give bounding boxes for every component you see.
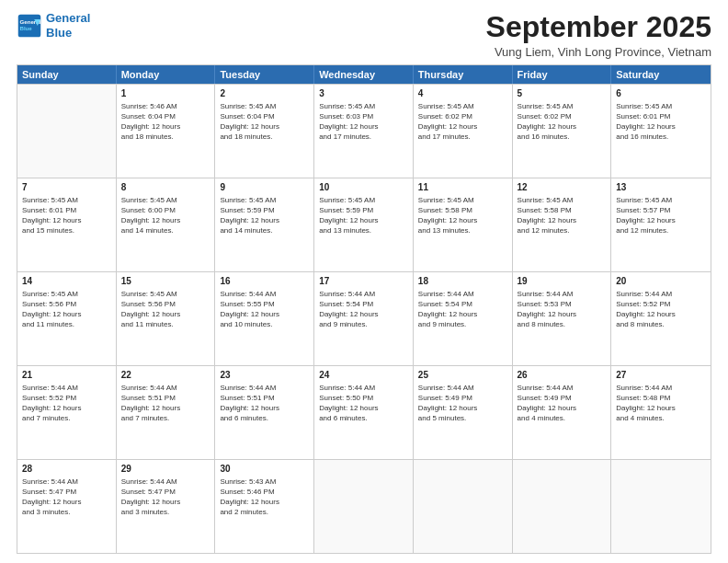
day-info: Sunrise: 5:45 AM Sunset: 6:03 PM Dayligh… [319,101,408,143]
calendar-cell-21: 21Sunrise: 5:44 AM Sunset: 5:52 PM Dayli… [17,366,117,459]
day-number: 4 [418,87,507,100]
calendar-cell-6: 6Sunrise: 5:45 AM Sunset: 6:01 PM Daylig… [611,85,711,178]
day-info: Sunrise: 5:45 AM Sunset: 5:57 PM Dayligh… [616,195,706,236]
day-number: 2 [220,87,309,100]
calendar-cell-16: 16Sunrise: 5:44 AM Sunset: 5:55 PM Dayli… [215,272,314,365]
calendar-cell-5: 5Sunrise: 5:45 AM Sunset: 6:02 PM Daylig… [513,85,612,178]
day-number: 29 [121,463,210,476]
day-number: 7 [22,181,111,194]
calendar-cell-3: 3Sunrise: 5:45 AM Sunset: 6:03 PM Daylig… [314,85,414,178]
day-info: Sunrise: 5:45 AM Sunset: 5:56 PM Dayligh… [22,289,111,330]
calendar-cell-27: 27Sunrise: 5:44 AM Sunset: 5:48 PM Dayli… [611,366,711,459]
day-info: Sunrise: 5:45 AM Sunset: 5:59 PM Dayligh… [319,195,408,236]
calendar-row-2: 14Sunrise: 5:45 AM Sunset: 5:56 PM Dayli… [17,271,711,365]
calendar-cell-empty [513,460,612,553]
calendar-cell-empty [17,85,117,178]
day-number: 6 [616,87,706,100]
day-info: Sunrise: 5:44 AM Sunset: 5:49 PM Dayligh… [418,383,507,424]
calendar-cell-4: 4Sunrise: 5:45 AM Sunset: 6:02 PM Daylig… [414,85,513,178]
day-number: 27 [616,369,706,382]
weekday-header-thursday: Thursday [414,65,513,84]
day-info: Sunrise: 5:44 AM Sunset: 5:54 PM Dayligh… [319,289,408,330]
day-info: Sunrise: 5:44 AM Sunset: 5:52 PM Dayligh… [616,289,706,330]
logo-icon: General Blue [17,13,42,39]
day-info: Sunrise: 5:45 AM Sunset: 6:04 PM Dayligh… [220,101,309,143]
day-info: Sunrise: 5:45 AM Sunset: 5:58 PM Dayligh… [518,195,607,236]
day-number: 17 [319,275,408,288]
weekday-header-monday: Monday [117,65,216,84]
calendar-cell-11: 11Sunrise: 5:45 AM Sunset: 5:58 PM Dayli… [414,178,513,271]
day-info: Sunrise: 5:45 AM Sunset: 6:00 PM Dayligh… [121,195,210,236]
page-header: General Blue General Blue September 2025… [17,11,711,59]
day-number: 23 [220,369,309,382]
calendar-cell-24: 24Sunrise: 5:44 AM Sunset: 5:50 PM Dayli… [314,366,414,459]
day-info: Sunrise: 5:45 AM Sunset: 5:58 PM Dayligh… [418,195,507,236]
day-info: Sunrise: 5:45 AM Sunset: 6:01 PM Dayligh… [616,101,706,143]
calendar-cell-18: 18Sunrise: 5:44 AM Sunset: 5:54 PM Dayli… [414,272,513,365]
day-number: 5 [518,87,607,100]
day-number: 19 [518,275,607,288]
calendar-cell-12: 12Sunrise: 5:45 AM Sunset: 5:58 PM Dayli… [513,178,612,271]
calendar-cell-9: 9Sunrise: 5:45 AM Sunset: 5:59 PM Daylig… [215,178,314,271]
day-number: 16 [220,275,309,288]
day-info: Sunrise: 5:44 AM Sunset: 5:52 PM Dayligh… [22,383,111,424]
day-number: 22 [121,369,210,382]
day-number: 15 [121,275,210,288]
title-area: September 2025 Vung Liem, Vinh Long Prov… [486,11,711,59]
weekday-header-wednesday: Wednesday [314,65,414,84]
calendar-cell-7: 7Sunrise: 5:45 AM Sunset: 6:01 PM Daylig… [17,178,117,271]
calendar-row-0: 1Sunrise: 5:46 AM Sunset: 6:04 PM Daylig… [17,84,711,178]
day-info: Sunrise: 5:45 AM Sunset: 5:59 PM Dayligh… [220,195,309,236]
day-info: Sunrise: 5:44 AM Sunset: 5:51 PM Dayligh… [220,383,309,424]
weekday-header-sunday: Sunday [17,65,117,84]
day-info: Sunrise: 5:43 AM Sunset: 5:46 PM Dayligh… [220,477,309,518]
day-info: Sunrise: 5:45 AM Sunset: 6:01 PM Dayligh… [22,195,111,236]
day-number: 24 [319,369,408,382]
calendar-cell-8: 8Sunrise: 5:45 AM Sunset: 6:00 PM Daylig… [117,178,216,271]
calendar-cell-13: 13Sunrise: 5:45 AM Sunset: 5:57 PM Dayli… [611,178,711,271]
calendar-row-3: 21Sunrise: 5:44 AM Sunset: 5:52 PM Dayli… [17,365,711,459]
day-info: Sunrise: 5:44 AM Sunset: 5:50 PM Dayligh… [319,383,408,424]
calendar-cell-15: 15Sunrise: 5:45 AM Sunset: 5:56 PM Dayli… [117,272,216,365]
calendar-cell-2: 2Sunrise: 5:45 AM Sunset: 6:04 PM Daylig… [215,85,314,178]
calendar-cell-empty [314,460,414,553]
calendar-cell-25: 25Sunrise: 5:44 AM Sunset: 5:49 PM Dayli… [414,366,513,459]
day-info: Sunrise: 5:45 AM Sunset: 5:56 PM Dayligh… [121,289,210,330]
calendar-cell-30: 30Sunrise: 5:43 AM Sunset: 5:46 PM Dayli… [215,460,314,553]
day-info: Sunrise: 5:44 AM Sunset: 5:47 PM Dayligh… [121,477,210,518]
calendar-cell-empty [611,460,711,553]
calendar-cell-20: 20Sunrise: 5:44 AM Sunset: 5:52 PM Dayli… [611,272,711,365]
day-info: Sunrise: 5:44 AM Sunset: 5:54 PM Dayligh… [418,289,507,330]
calendar-cell-1: 1Sunrise: 5:46 AM Sunset: 6:04 PM Daylig… [117,85,216,178]
calendar-cell-empty [414,460,513,553]
day-number: 11 [418,181,507,194]
day-number: 12 [518,181,607,194]
day-number: 20 [616,275,706,288]
day-info: Sunrise: 5:44 AM Sunset: 5:53 PM Dayligh… [518,289,607,330]
calendar-cell-26: 26Sunrise: 5:44 AM Sunset: 5:49 PM Dayli… [513,366,612,459]
day-number: 25 [418,369,507,382]
calendar-cell-23: 23Sunrise: 5:44 AM Sunset: 5:51 PM Dayli… [215,366,314,459]
day-number: 8 [121,181,210,194]
day-number: 30 [220,463,309,476]
calendar-cell-28: 28Sunrise: 5:44 AM Sunset: 5:47 PM Dayli… [17,460,117,553]
weekday-header-tuesday: Tuesday [215,65,314,84]
day-info: Sunrise: 5:44 AM Sunset: 5:48 PM Dayligh… [616,383,706,424]
day-number: 28 [22,463,111,476]
logo: General Blue General Blue [17,11,90,40]
calendar: SundayMondayTuesdayWednesdayThursdayFrid… [17,64,711,554]
day-number: 18 [418,275,507,288]
calendar-row-1: 7Sunrise: 5:45 AM Sunset: 6:01 PM Daylig… [17,178,711,271]
day-number: 14 [22,275,111,288]
day-info: Sunrise: 5:44 AM Sunset: 5:51 PM Dayligh… [121,383,210,424]
calendar-cell-29: 29Sunrise: 5:44 AM Sunset: 5:47 PM Dayli… [117,460,216,553]
day-number: 3 [319,87,408,100]
svg-text:Blue: Blue [20,25,33,31]
day-info: Sunrise: 5:44 AM Sunset: 5:47 PM Dayligh… [22,477,111,518]
weekday-header-friday: Friday [513,65,612,84]
day-number: 1 [121,87,210,100]
day-info: Sunrise: 5:46 AM Sunset: 6:04 PM Dayligh… [121,101,210,143]
day-number: 13 [616,181,706,194]
calendar-cell-19: 19Sunrise: 5:44 AM Sunset: 5:53 PM Dayli… [513,272,612,365]
day-number: 21 [22,369,111,382]
